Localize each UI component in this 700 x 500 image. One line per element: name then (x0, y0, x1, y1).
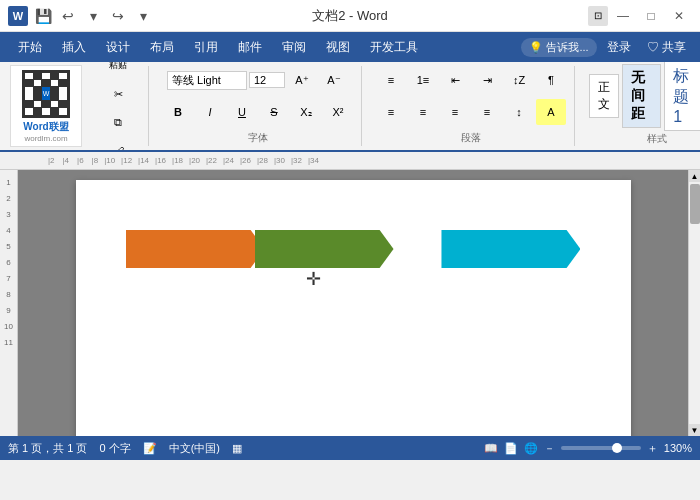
web-layout-button[interactable]: 🌐 (524, 442, 538, 455)
ribbon-group-styles: 正文 无间距 标题 1 ▾ 样式 (581, 66, 700, 146)
align-center-button[interactable]: ≡ (408, 99, 438, 125)
menu-insert[interactable]: 插入 (52, 35, 96, 60)
line-spacing-button[interactable]: ↕ (504, 99, 534, 125)
qr-code: W (22, 70, 70, 118)
zoom-thumb (612, 443, 622, 453)
page-area: ✛ (18, 170, 688, 436)
indent-button[interactable]: ⇥ (472, 67, 502, 93)
window-title: 文档2 - Word (312, 7, 388, 25)
document-page[interactable]: ✛ (76, 180, 631, 436)
proofing-icon[interactable]: 📝 (143, 442, 157, 455)
menu-home[interactable]: 开始 (8, 35, 52, 60)
logo-text: Word联盟 (23, 120, 68, 134)
v-mark: 1 (0, 174, 17, 190)
maximize-button[interactable]: □ (638, 3, 664, 29)
ribbon-group-paragraph: ≡ 1≡ ⇤ ⇥ ↕Z ¶ ≡ ≡ ≡ ≡ ↕ A 段落 (368, 66, 575, 146)
font-name-select[interactable]: 等线 Light (167, 71, 247, 90)
menu-bar: 开始 插入 设计 布局 引用 邮件 审阅 视图 开发工具 💡 告诉我... 登录… (0, 32, 700, 62)
ribbon-display-button[interactable]: ⊡ (588, 6, 608, 26)
ribbon: W Word联盟 wordlm.com 📋 粘贴 ✂ ⧉ 🖌 剪贴板 等线 Li… (0, 62, 700, 152)
undo-dropdown[interactable]: ▾ (82, 5, 104, 27)
title-bar-left: W 💾 ↩ ▾ ↪ ▾ (8, 5, 154, 27)
menu-layout[interactable]: 布局 (140, 35, 184, 60)
vertical-scrollbar[interactable]: ▲ ▼ (688, 170, 700, 436)
arrow-cyan[interactable] (441, 230, 580, 268)
status-bar: 第 1 页，共 1 页 0 个字 📝 中文(中国) ▦ 📖 📄 🌐 － ＋ 13… (0, 436, 700, 460)
subscript-button[interactable]: X₂ (291, 99, 321, 125)
v-mark: 5 (0, 238, 17, 254)
superscript-button[interactable]: X² (323, 99, 353, 125)
paste-button[interactable]: 📋 粘贴 (96, 62, 140, 79)
tell-me-input[interactable]: 💡 告诉我... (521, 38, 596, 57)
logo-area: W Word联盟 wordlm.com (10, 65, 82, 147)
scroll-down-button[interactable]: ▼ (689, 424, 701, 436)
menu-design[interactable]: 设计 (96, 35, 140, 60)
arrow-green[interactable] (255, 230, 394, 268)
zoom-slider[interactable] (561, 446, 641, 450)
share-button[interactable]: ♡ 共享 (641, 37, 692, 58)
print-layout-button[interactable]: 📄 (504, 442, 518, 455)
style-heading1[interactable]: 标题 1 (664, 62, 700, 131)
scroll-up-button[interactable]: ▲ (689, 170, 701, 182)
save-button[interactable]: 💾 (32, 5, 54, 27)
minimize-button[interactable]: — (610, 3, 636, 29)
underline-button[interactable]: U (227, 99, 257, 125)
read-mode-button[interactable]: 📖 (484, 442, 498, 455)
menu-mailings[interactable]: 邮件 (228, 35, 272, 60)
clipboard-buttons: 📋 粘贴 ✂ ⧉ 🖌 (96, 62, 140, 152)
justify-button[interactable]: ≡ (472, 99, 502, 125)
undo-button[interactable]: ↩ (57, 5, 79, 27)
status-right: 📖 📄 🌐 － ＋ 130% (484, 441, 692, 456)
redo-button[interactable]: ↪ (107, 5, 129, 27)
bold-button[interactable]: B (163, 99, 193, 125)
lightbulb-icon: 💡 (529, 41, 543, 54)
copy-button[interactable]: ⧉ (103, 110, 133, 136)
cursor-overlay: ✛ (306, 268, 321, 290)
font-grow-button[interactable]: A⁺ (287, 67, 317, 93)
sort-button[interactable]: ↕Z (504, 67, 534, 93)
cut-button[interactable]: ✂ (103, 82, 133, 108)
zoom-level[interactable]: 130% (664, 442, 692, 454)
numbering-button[interactable]: 1≡ (408, 67, 438, 93)
shapes-container (126, 230, 581, 268)
menu-bar-right: 💡 告诉我... 登录 ♡ 共享 (521, 37, 692, 58)
style-normal[interactable]: 正文 (589, 74, 619, 118)
customize-button[interactable]: ▾ (132, 5, 154, 27)
title-bar: W 💾 ↩ ▾ ↪ ▾ 文档2 - Word ⊡ — □ ✕ (0, 0, 700, 32)
v-mark: 8 (0, 286, 17, 302)
word-count: 0 个字 (99, 441, 130, 456)
font-size-select[interactable]: 12 (249, 72, 285, 88)
zoom-in-button[interactable]: ＋ (647, 441, 658, 456)
font-shrink-button[interactable]: A⁻ (319, 67, 349, 93)
window-controls: ⊡ — □ ✕ (588, 3, 692, 29)
bullets-button[interactable]: ≡ (376, 67, 406, 93)
v-mark: 2 (0, 190, 17, 206)
menu-view[interactable]: 视图 (316, 35, 360, 60)
shading-button[interactable]: A (536, 99, 566, 125)
format-painter-button[interactable]: 🖌 (103, 138, 133, 153)
menu-review[interactable]: 审阅 (272, 35, 316, 60)
close-button[interactable]: ✕ (666, 3, 692, 29)
layout-icon[interactable]: ▦ (232, 442, 242, 455)
menu-developer[interactable]: 开发工具 (360, 35, 428, 60)
vertical-ruler: 1 2 3 4 5 6 7 8 9 10 11 (0, 170, 18, 436)
style-no-spacing[interactable]: 无间距 (622, 64, 661, 128)
align-left-button[interactable]: ≡ (376, 99, 406, 125)
strikethrough-button[interactable]: S (259, 99, 289, 125)
align-right-button[interactable]: ≡ (440, 99, 470, 125)
font-label: 字体 (248, 131, 268, 145)
v-mark: 3 (0, 206, 17, 222)
v-mark: 9 (0, 302, 17, 318)
show-marks-button[interactable]: ¶ (536, 67, 566, 93)
menu-references[interactable]: 引用 (184, 35, 228, 60)
language[interactable]: 中文(中国) (169, 441, 220, 456)
arrow-orange[interactable] (126, 230, 265, 268)
zoom-out-button[interactable]: － (544, 441, 555, 456)
login-button[interactable]: 登录 (601, 37, 637, 58)
paragraph-label: 段落 (461, 131, 481, 145)
scroll-thumb[interactable] (690, 184, 700, 224)
italic-button[interactable]: I (195, 99, 225, 125)
outdent-button[interactable]: ⇤ (440, 67, 470, 93)
document-container: 1 2 3 4 5 6 7 8 9 10 11 ✛ (0, 170, 700, 436)
v-mark: 4 (0, 222, 17, 238)
